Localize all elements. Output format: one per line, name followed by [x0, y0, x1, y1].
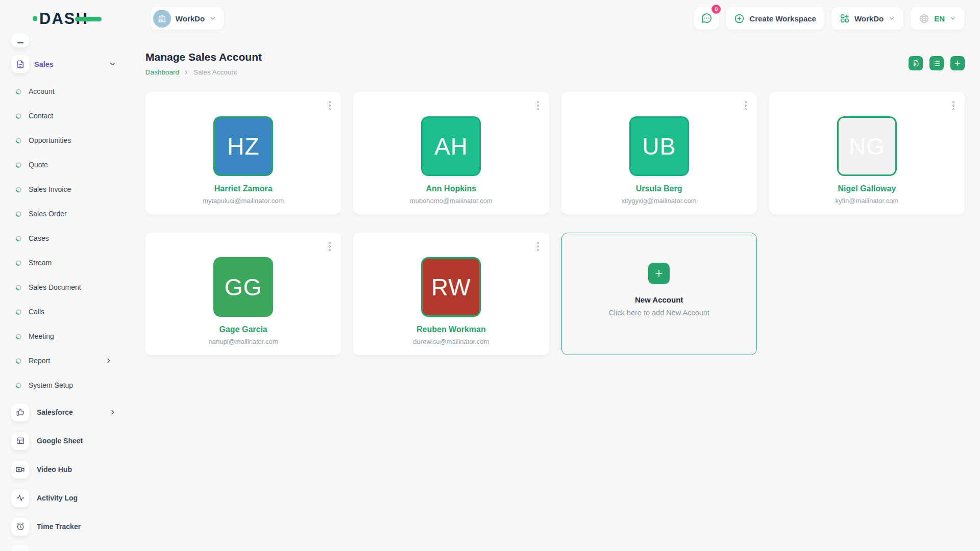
sidebar-integrations: Salesforce Google Sheet Video Hub	[11, 398, 133, 541]
page-toolbar	[909, 56, 965, 70]
new-account-card[interactable]: New Account Click here to add New Accoun…	[561, 233, 757, 355]
chat-icon	[700, 12, 713, 24]
card-menu-button[interactable]	[327, 99, 333, 112]
bullet-icon	[15, 333, 22, 340]
sidebar-item-activity-log[interactable]: Activity Log	[11, 484, 116, 512]
account-name-link[interactable]: Ann Hopkins	[426, 184, 477, 193]
card-menu-button[interactable]	[535, 99, 541, 112]
create-workspace-label: Create Workspace	[749, 14, 816, 23]
sidebar-subitem-12[interactable]: System Setup	[11, 373, 112, 397]
add-account-button[interactable]	[950, 56, 965, 70]
sidebar-subitem-label: Opportunities	[29, 136, 112, 144]
sidebar-item-activity-log-label: Activity Log	[37, 494, 116, 502]
table-icon	[11, 432, 29, 450]
card-menu-button[interactable]	[327, 240, 333, 253]
sidebar: Sales Account	[0, 37, 133, 551]
account-avatar: NG	[837, 116, 897, 176]
bullet-icon	[15, 137, 22, 144]
sidebar-subitem-label: Stream	[29, 259, 112, 267]
account-name-link[interactable]: Nigel Galloway	[838, 184, 896, 193]
language-selector[interactable]: EN	[911, 7, 965, 30]
sidebar-subitem-label: Calls	[29, 308, 112, 316]
sidebar-subitem-label: Sales Document	[29, 283, 112, 291]
sidebar-subitem-0[interactable]: Account	[11, 79, 112, 104]
sidebar-subitem-10[interactable]: Meeting	[11, 324, 112, 348]
account-email: kyfin@mailinator.com	[836, 197, 899, 205]
sidebar-item-sales-label: Sales	[34, 60, 104, 68]
account-avatar: AH	[421, 116, 481, 176]
add-icon	[953, 59, 962, 67]
account-name-link[interactable]: Reuben Workman	[416, 325, 486, 334]
sidebar-subitem-label: Meeting	[29, 332, 112, 340]
sidebar-subitem-label: Cases	[29, 234, 112, 242]
breadcrumb: Dashboard Sales Account	[145, 68, 262, 76]
dash-icon	[17, 41, 24, 44]
sidebar-item-salesforce-label: Salesforce	[37, 408, 102, 416]
workspace-switcher[interactable]: WorkDo	[151, 7, 224, 30]
bullet-icon	[15, 284, 22, 291]
sidebar-item-salesforce[interactable]: Salesforce	[11, 398, 116, 427]
account-name-link[interactable]: Gage Garcia	[219, 325, 267, 334]
app-logo[interactable]: DASH	[33, 11, 102, 27]
bullet-icon	[15, 162, 22, 168]
sidebar-item-video-hub-label: Video Hub	[37, 465, 116, 473]
account-name-link[interactable]: Harriet Zamora	[214, 184, 273, 193]
new-account-plus-button[interactable]	[648, 263, 670, 284]
sidebar-subitem-4[interactable]: Sales Invoice	[11, 177, 112, 202]
account-card-1: AH Ann Hopkins mubohomo@mailinator.com	[353, 92, 549, 214]
sidebar-item-partial-bottom[interactable]	[11, 545, 29, 551]
sidebar-subitem-6[interactable]: Cases	[11, 226, 112, 251]
globe-icon	[919, 13, 929, 24]
bullet-icon	[15, 88, 22, 95]
chevron-down-icon	[949, 15, 957, 22]
thumbs-up-icon	[11, 404, 29, 421]
page-header: Manage Sales Account Dashboard Sales Acc…	[145, 51, 965, 76]
breadcrumb-dashboard-link[interactable]: Dashboard	[145, 68, 179, 76]
account-email: mytapuluci@mailinator.com	[203, 197, 284, 205]
sidebar-subitem-1[interactable]: Contact	[11, 104, 112, 128]
accounts-grid: HZ Harriet Zamora mytapuluci@mailinator.…	[145, 92, 965, 355]
bullet-icon	[15, 235, 22, 242]
sidebar-subitem-8[interactable]: Sales Document	[11, 275, 112, 299]
main-content: Manage Sales Account Dashboard Sales Acc…	[145, 37, 965, 355]
sidebar-subitem-11[interactable]: Report	[11, 348, 112, 373]
sidebar-subitem-label: Account	[29, 87, 112, 95]
new-account-title: New Account	[635, 295, 683, 304]
breadcrumb-current: Sales Account	[193, 68, 237, 76]
account-avatar: UB	[629, 116, 689, 176]
list-view-button[interactable]	[929, 56, 944, 70]
messages-button[interactable]: 0	[694, 7, 719, 30]
workspace-menu-button[interactable]: WorkDo	[831, 7, 903, 30]
create-workspace-button[interactable]: Create Workspace	[726, 7, 824, 30]
sidebar-item-time-tracker[interactable]: Time Tracker	[11, 512, 116, 541]
card-menu-button[interactable]	[743, 99, 749, 112]
sidebar-subitem-2[interactable]: Opportunities	[11, 128, 112, 153]
sidebar-subitem-5[interactable]: Sales Order	[11, 202, 112, 226]
account-initials: UB	[642, 133, 676, 160]
new-account-subtitle: Click here to add New Account	[608, 309, 709, 317]
card-menu-button[interactable]	[950, 99, 957, 112]
topbar: DASH WorkDo 0	[0, 0, 980, 37]
workspace-menu-label: WorkDo	[854, 14, 884, 23]
chevron-down-icon	[209, 15, 216, 22]
page-title: Manage Sales Account	[145, 51, 262, 63]
account-initials: HZ	[227, 133, 259, 160]
card-menu-button[interactable]	[535, 240, 541, 253]
sidebar-item-sales[interactable]: Sales	[11, 55, 116, 73]
bullet-icon	[15, 113, 22, 119]
account-name-link[interactable]: Ursula Berg	[636, 184, 682, 193]
sidebar-subitem-3[interactable]: Quote	[11, 153, 112, 177]
chevron-right-icon	[105, 357, 112, 364]
sidebar-subitem-7[interactable]: Stream	[11, 251, 112, 275]
sidebar-subitem-label: Sales Order	[29, 210, 112, 218]
sidebar-subitem-9[interactable]: Calls	[11, 299, 112, 324]
plus-icon	[654, 268, 664, 279]
sidebar-item-google-sheet[interactable]: Google Sheet	[11, 427, 116, 455]
sidebar-item-time-tracker-label: Time Tracker	[37, 522, 116, 531]
account-avatar: RW	[421, 257, 481, 317]
bullet-icon	[15, 260, 22, 266]
sidebar-item-video-hub[interactable]: Video Hub	[11, 455, 116, 484]
export-accounts-button[interactable]	[909, 56, 923, 70]
bullet-icon	[15, 186, 22, 193]
grid-plus-icon	[840, 13, 850, 23]
